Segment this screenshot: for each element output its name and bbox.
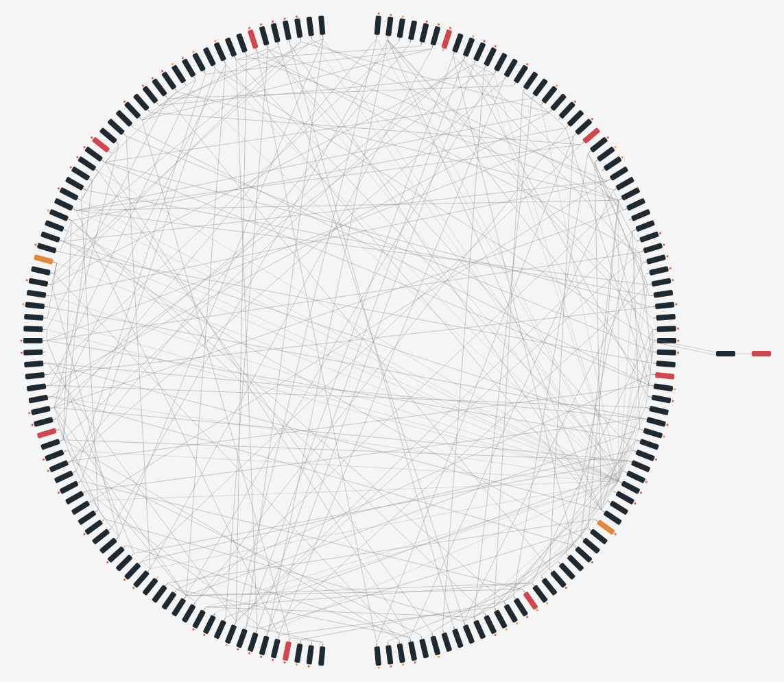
node-pill: [523, 592, 538, 611]
graph-node[interactable]: [385, 14, 394, 40]
graph-node[interactable]: [645, 405, 669, 415]
graph-node[interactable]: [24, 361, 47, 367]
graph-node[interactable]: [462, 34, 477, 60]
graph-node[interactable]: [429, 23, 442, 49]
graph-node[interactable]: [472, 617, 486, 640]
graph-node[interactable]: [374, 643, 381, 669]
graph-node[interactable]: [645, 265, 672, 276]
graph-node[interactable]: [407, 21, 417, 44]
graph-node[interactable]: [440, 629, 453, 653]
graph-node[interactable]: [25, 278, 51, 288]
graph-node[interactable]: [643, 254, 669, 265]
graph-node[interactable]: [282, 17, 292, 43]
graph-node[interactable]: [34, 242, 60, 255]
graph-node[interactable]: [270, 635, 281, 661]
graph-node[interactable]: [640, 242, 666, 255]
graph-node[interactable]: [294, 15, 303, 41]
graph-node[interactable]: [30, 416, 56, 428]
graph-node[interactable]: [24, 314, 47, 321]
graph-node[interactable]: [636, 437, 659, 450]
graph-node[interactable]: [318, 643, 326, 666]
graph-node[interactable]: [235, 625, 248, 651]
graph-node[interactable]: [27, 290, 50, 299]
graph-node[interactable]: [21, 349, 47, 355]
graph-node[interactable]: [654, 338, 680, 343]
graph-node[interactable]: [407, 637, 418, 663]
graph-node[interactable]: [306, 642, 315, 668]
graph-node[interactable]: [654, 326, 680, 332]
graph-node[interactable]: [203, 47, 218, 69]
graph-node[interactable]: [25, 372, 48, 380]
graph-node[interactable]: [396, 640, 406, 666]
graph-node[interactable]: [306, 16, 314, 40]
graph-node[interactable]: [40, 231, 64, 243]
graph-node[interactable]: [451, 625, 464, 648]
graph-node[interactable]: [628, 459, 650, 472]
graph-node[interactable]: [385, 642, 394, 668]
graph-node[interactable]: [650, 290, 674, 299]
graph-node[interactable]: [258, 632, 270, 658]
graph-node[interactable]: [318, 16, 326, 39]
graph-node[interactable]: [652, 302, 678, 310]
graph-node[interactable]: [418, 20, 430, 46]
graph-node[interactable]: [648, 394, 674, 404]
node-handle: [63, 230, 67, 231]
graph-node[interactable]: [270, 20, 281, 46]
graph-node[interactable]: [643, 416, 669, 428]
graph-node[interactable]: [225, 37, 239, 60]
graph-node[interactable]: [65, 176, 88, 192]
graph-node[interactable]: [213, 39, 228, 65]
graph-node[interactable]: [246, 629, 259, 655]
graph-node[interactable]: [472, 39, 488, 65]
graph-node[interactable]: [23, 326, 46, 332]
graph-node[interactable]: [20, 338, 46, 343]
graph-node[interactable]: [258, 23, 270, 49]
graph-node[interactable]: [652, 361, 676, 367]
graph-node[interactable]: [224, 621, 239, 647]
graph-node[interactable]: [650, 382, 676, 391]
graph-node[interactable]: [652, 314, 676, 321]
graph-node[interactable]: [282, 637, 292, 663]
graph-node[interactable]: [37, 427, 60, 439]
graph-node[interactable]: [27, 405, 54, 416]
outlier-node-b[interactable]: [752, 351, 771, 356]
node-pill: [54, 198, 74, 211]
graph-node[interactable]: [618, 187, 641, 202]
graph-node[interactable]: [652, 372, 675, 380]
graph-node[interactable]: [27, 382, 50, 391]
graph-node[interactable]: [65, 489, 88, 504]
graph-node[interactable]: [22, 302, 48, 310]
graph-node[interactable]: [28, 394, 51, 404]
graph-node[interactable]: [246, 26, 259, 52]
graph-node[interactable]: [40, 437, 64, 450]
graph-node[interactable]: [632, 448, 658, 463]
graph-node[interactable]: [451, 33, 464, 56]
graph-node[interactable]: [492, 52, 508, 75]
graph-node[interactable]: [429, 632, 442, 658]
graph-node[interactable]: [462, 621, 475, 644]
graph-node[interactable]: [613, 176, 635, 192]
graph-node[interactable]: [236, 33, 249, 56]
graph-node[interactable]: [632, 220, 655, 233]
graph-node[interactable]: [46, 459, 72, 474]
graph-node[interactable]: [648, 278, 674, 288]
graph-node[interactable]: [623, 198, 645, 212]
graph-node[interactable]: [31, 266, 54, 276]
graph-node[interactable]: [294, 640, 303, 666]
graph-node[interactable]: [396, 15, 406, 41]
outlier-node-a[interactable]: [716, 351, 735, 356]
graph-node[interactable]: [640, 427, 666, 440]
graph-node[interactable]: [440, 26, 453, 52]
graph-node[interactable]: [54, 469, 77, 483]
graph-node[interactable]: [213, 617, 228, 640]
graph-node[interactable]: [42, 448, 68, 463]
graph-node[interactable]: [636, 230, 662, 244]
graph-node[interactable]: [46, 208, 72, 223]
graph-node[interactable]: [628, 209, 650, 223]
graph-node[interactable]: [418, 635, 429, 659]
graph-node[interactable]: [54, 198, 77, 212]
graph-node[interactable]: [654, 349, 680, 355]
graph-node[interactable]: [45, 220, 68, 233]
graph-node[interactable]: [34, 254, 57, 265]
graph-node[interactable]: [374, 12, 381, 38]
